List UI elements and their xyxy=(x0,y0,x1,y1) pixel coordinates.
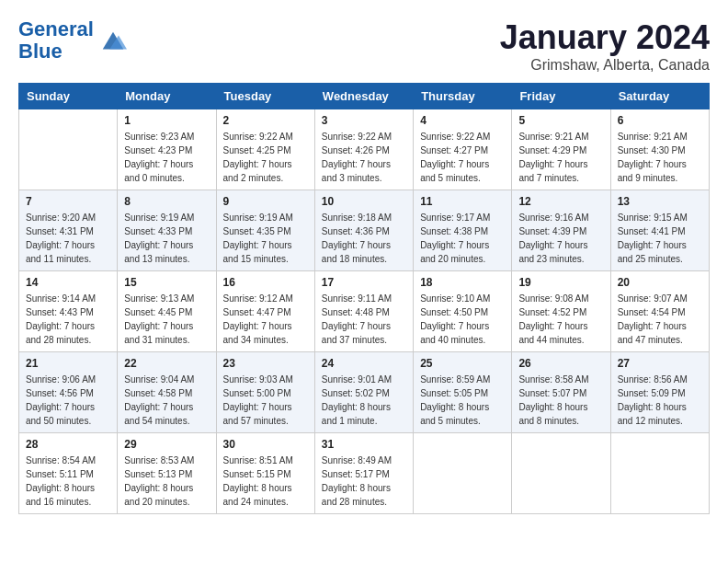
day-info: Sunrise: 9:17 AM Sunset: 4:38 PM Dayligh… xyxy=(420,211,505,266)
logo-icon xyxy=(99,27,127,54)
calendar-cell: 27Sunrise: 8:56 AM Sunset: 5:09 PM Dayli… xyxy=(610,352,709,433)
calendar-cell: 6Sunrise: 9:21 AM Sunset: 4:30 PM Daylig… xyxy=(610,109,709,190)
day-number: 15 xyxy=(124,276,209,289)
main-title: January 2024 xyxy=(500,18,710,57)
day-number: 30 xyxy=(223,438,308,451)
calendar-cell: 5Sunrise: 9:21 AM Sunset: 4:29 PM Daylig… xyxy=(512,109,610,190)
page-header: GeneralBlue January 2024 Grimshaw, Alber… xyxy=(18,18,710,74)
calendar-cell: 14Sunrise: 9:14 AM Sunset: 4:43 PM Dayli… xyxy=(19,271,118,352)
calendar-cell: 1Sunrise: 9:23 AM Sunset: 4:23 PM Daylig… xyxy=(118,109,216,190)
day-info: Sunrise: 9:22 AM Sunset: 4:25 PM Dayligh… xyxy=(223,130,308,185)
day-info: Sunrise: 9:14 AM Sunset: 4:43 PM Dayligh… xyxy=(26,292,110,347)
column-header-thursday: Thursday xyxy=(414,84,512,109)
day-info: Sunrise: 9:18 AM Sunset: 4:36 PM Dayligh… xyxy=(322,211,406,266)
day-info: Sunrise: 9:21 AM Sunset: 4:30 PM Dayligh… xyxy=(618,130,702,185)
calendar-cell xyxy=(610,433,709,514)
calendar-week-row: 1Sunrise: 9:23 AM Sunset: 4:23 PM Daylig… xyxy=(19,109,710,190)
calendar-week-row: 14Sunrise: 9:14 AM Sunset: 4:43 PM Dayli… xyxy=(19,271,710,352)
day-number: 1 xyxy=(124,114,209,127)
day-info: Sunrise: 9:08 AM Sunset: 4:52 PM Dayligh… xyxy=(518,292,603,347)
day-info: Sunrise: 8:54 AM Sunset: 5:11 PM Dayligh… xyxy=(26,454,110,509)
day-info: Sunrise: 9:13 AM Sunset: 4:45 PM Dayligh… xyxy=(124,292,209,347)
day-info: Sunrise: 9:12 AM Sunset: 4:47 PM Dayligh… xyxy=(223,292,308,347)
day-number: 8 xyxy=(124,195,209,208)
column-header-saturday: Saturday xyxy=(610,84,709,109)
calendar-cell: 13Sunrise: 9:15 AM Sunset: 4:41 PM Dayli… xyxy=(610,190,709,271)
day-info: Sunrise: 9:21 AM Sunset: 4:29 PM Dayligh… xyxy=(518,130,603,185)
day-number: 6 xyxy=(618,114,702,127)
day-number: 7 xyxy=(26,195,110,208)
day-info: Sunrise: 8:56 AM Sunset: 5:09 PM Dayligh… xyxy=(618,373,702,428)
calendar-week-row: 7Sunrise: 9:20 AM Sunset: 4:31 PM Daylig… xyxy=(19,190,710,271)
calendar-cell xyxy=(414,433,512,514)
day-info: Sunrise: 8:49 AM Sunset: 5:17 PM Dayligh… xyxy=(322,454,406,509)
day-info: Sunrise: 9:01 AM Sunset: 5:02 PM Dayligh… xyxy=(322,373,406,428)
day-info: Sunrise: 8:59 AM Sunset: 5:05 PM Dayligh… xyxy=(420,373,505,428)
day-info: Sunrise: 9:22 AM Sunset: 4:26 PM Dayligh… xyxy=(322,130,406,185)
column-header-monday: Monday xyxy=(118,84,216,109)
calendar-cell: 18Sunrise: 9:10 AM Sunset: 4:50 PM Dayli… xyxy=(414,271,512,352)
day-number: 5 xyxy=(518,114,603,127)
logo: GeneralBlue xyxy=(18,18,127,63)
subtitle: Grimshaw, Alberta, Canada xyxy=(500,57,710,74)
calendar-cell: 12Sunrise: 9:16 AM Sunset: 4:39 PM Dayli… xyxy=(512,190,610,271)
day-number: 24 xyxy=(322,357,406,370)
day-number: 20 xyxy=(618,276,702,289)
day-number: 22 xyxy=(124,357,209,370)
day-info: Sunrise: 8:58 AM Sunset: 5:07 PM Dayligh… xyxy=(518,373,603,428)
title-block: January 2024 Grimshaw, Alberta, Canada xyxy=(500,18,710,74)
day-number: 14 xyxy=(26,276,110,289)
day-number: 27 xyxy=(618,357,702,370)
day-number: 17 xyxy=(322,276,406,289)
day-number: 13 xyxy=(618,195,702,208)
calendar-cell: 17Sunrise: 9:11 AM Sunset: 4:48 PM Dayli… xyxy=(314,271,413,352)
day-number: 2 xyxy=(223,114,308,127)
day-info: Sunrise: 9:11 AM Sunset: 4:48 PM Dayligh… xyxy=(322,292,406,347)
day-number: 31 xyxy=(322,438,406,451)
day-number: 11 xyxy=(420,195,505,208)
column-header-tuesday: Tuesday xyxy=(216,84,314,109)
day-number: 4 xyxy=(420,114,505,127)
day-info: Sunrise: 9:15 AM Sunset: 4:41 PM Dayligh… xyxy=(618,211,702,266)
calendar-cell: 20Sunrise: 9:07 AM Sunset: 4:54 PM Dayli… xyxy=(610,271,709,352)
calendar-cell: 11Sunrise: 9:17 AM Sunset: 4:38 PM Dayli… xyxy=(414,190,512,271)
calendar-cell: 8Sunrise: 9:19 AM Sunset: 4:33 PM Daylig… xyxy=(118,190,216,271)
calendar-cell: 19Sunrise: 9:08 AM Sunset: 4:52 PM Dayli… xyxy=(512,271,610,352)
day-info: Sunrise: 9:10 AM Sunset: 4:50 PM Dayligh… xyxy=(420,292,505,347)
day-info: Sunrise: 9:16 AM Sunset: 4:39 PM Dayligh… xyxy=(518,211,603,266)
day-info: Sunrise: 8:51 AM Sunset: 5:15 PM Dayligh… xyxy=(223,454,308,509)
day-number: 9 xyxy=(223,195,308,208)
calendar-cell: 9Sunrise: 9:19 AM Sunset: 4:35 PM Daylig… xyxy=(216,190,314,271)
day-number: 25 xyxy=(420,357,505,370)
day-info: Sunrise: 9:07 AM Sunset: 4:54 PM Dayligh… xyxy=(618,292,702,347)
calendar-cell xyxy=(19,109,118,190)
calendar-cell: 24Sunrise: 9:01 AM Sunset: 5:02 PM Dayli… xyxy=(314,352,413,433)
day-number: 12 xyxy=(518,195,603,208)
column-header-wednesday: Wednesday xyxy=(314,84,413,109)
calendar-header-row: SundayMondayTuesdayWednesdayThursdayFrid… xyxy=(19,84,710,109)
calendar-cell: 2Sunrise: 9:22 AM Sunset: 4:25 PM Daylig… xyxy=(216,109,314,190)
calendar-week-row: 21Sunrise: 9:06 AM Sunset: 4:56 PM Dayli… xyxy=(19,352,710,433)
day-number: 28 xyxy=(26,438,110,451)
calendar-cell: 26Sunrise: 8:58 AM Sunset: 5:07 PM Dayli… xyxy=(512,352,610,433)
calendar-cell: 22Sunrise: 9:04 AM Sunset: 4:58 PM Dayli… xyxy=(118,352,216,433)
calendar-table: SundayMondayTuesdayWednesdayThursdayFrid… xyxy=(18,83,710,514)
column-header-friday: Friday xyxy=(512,84,610,109)
day-info: Sunrise: 9:04 AM Sunset: 4:58 PM Dayligh… xyxy=(124,373,209,428)
calendar-cell: 29Sunrise: 8:53 AM Sunset: 5:13 PM Dayli… xyxy=(118,433,216,514)
day-number: 18 xyxy=(420,276,505,289)
calendar-cell: 10Sunrise: 9:18 AM Sunset: 4:36 PM Dayli… xyxy=(314,190,413,271)
calendar-cell: 3Sunrise: 9:22 AM Sunset: 4:26 PM Daylig… xyxy=(314,109,413,190)
day-number: 19 xyxy=(518,276,603,289)
day-info: Sunrise: 9:20 AM Sunset: 4:31 PM Dayligh… xyxy=(26,211,110,266)
calendar-cell: 23Sunrise: 9:03 AM Sunset: 5:00 PM Dayli… xyxy=(216,352,314,433)
day-info: Sunrise: 9:19 AM Sunset: 4:35 PM Dayligh… xyxy=(223,211,308,266)
calendar-cell: 7Sunrise: 9:20 AM Sunset: 4:31 PM Daylig… xyxy=(19,190,118,271)
day-number: 26 xyxy=(518,357,603,370)
calendar-week-row: 28Sunrise: 8:54 AM Sunset: 5:11 PM Dayli… xyxy=(19,433,710,514)
calendar-cell: 15Sunrise: 9:13 AM Sunset: 4:45 PM Dayli… xyxy=(118,271,216,352)
day-number: 23 xyxy=(223,357,308,370)
logo-text: GeneralBlue xyxy=(18,18,94,63)
day-number: 16 xyxy=(223,276,308,289)
day-info: Sunrise: 9:03 AM Sunset: 5:00 PM Dayligh… xyxy=(223,373,308,428)
